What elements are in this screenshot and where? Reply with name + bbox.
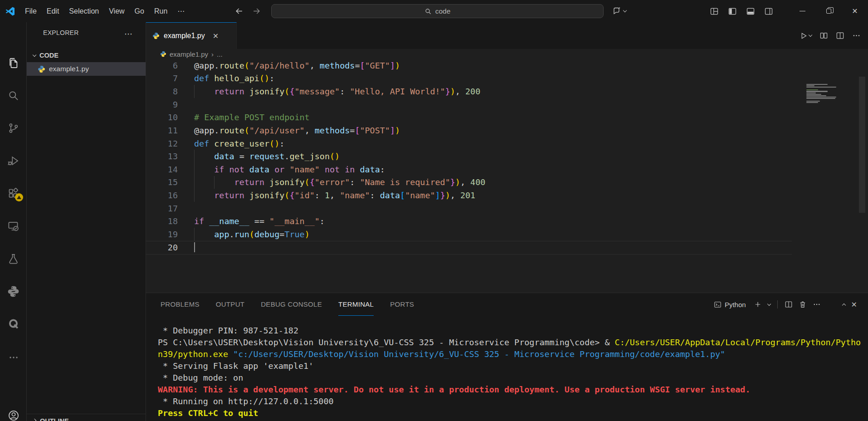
close-window-button[interactable]: ✕ bbox=[842, 0, 868, 22]
menu-run[interactable]: Run bbox=[149, 0, 172, 22]
more-actions-icon[interactable] bbox=[852, 31, 861, 40]
tab-example1-py[interactable]: example1.py ✕ bbox=[146, 22, 237, 49]
minimap-line bbox=[806, 102, 818, 103]
sidebar-item-python[interactable] bbox=[0, 285, 27, 298]
sidebar-item-testing[interactable] bbox=[0, 252, 27, 265]
minimap-line bbox=[806, 84, 828, 85]
panel-tab-problems[interactable]: PROBLEMS bbox=[161, 293, 200, 316]
code-line-10[interactable]: 10# Example POST endpoint bbox=[146, 111, 868, 124]
sidebar-item-remote-explorer[interactable] bbox=[0, 220, 27, 232]
sidebar-item-q-extension[interactable] bbox=[0, 318, 27, 330]
code-line-8[interactable]: 8 return jsonify({"message": "Hello, API… bbox=[146, 85, 868, 98]
search-text: code bbox=[435, 7, 451, 15]
tab-close-icon[interactable]: ✕ bbox=[213, 32, 219, 40]
close-panel-icon[interactable]: ✕ bbox=[851, 300, 857, 309]
account-button[interactable] bbox=[0, 409, 27, 421]
close-icon: ✕ bbox=[852, 7, 858, 15]
maximize-panel-icon[interactable] bbox=[842, 304, 845, 307]
editor-scrollbar[interactable] bbox=[859, 77, 865, 213]
new-terminal-icon[interactable] bbox=[754, 300, 762, 308]
line-number: 7 bbox=[146, 73, 178, 83]
line-number: 10 bbox=[146, 113, 178, 122]
open-changes-icon[interactable] bbox=[819, 31, 828, 40]
panel-tab-ports[interactable]: PORTS bbox=[390, 293, 414, 316]
split-terminal-icon[interactable] bbox=[785, 300, 793, 308]
code-line-16[interactable]: 16 return jsonify({"id": 1, "name": data… bbox=[146, 189, 868, 202]
minimize-button[interactable] bbox=[789, 0, 815, 22]
launch-profile-chevron-icon[interactable] bbox=[767, 302, 770, 305]
indent-guide bbox=[214, 176, 215, 189]
code-lines: 6@app.route("/api/hello", methods=["GET"… bbox=[146, 59, 868, 254]
indent-guide bbox=[194, 163, 195, 176]
indent-guide bbox=[194, 176, 195, 189]
toggle-primary-sidebar-icon[interactable] bbox=[723, 7, 741, 16]
explorer-more-actions-icon[interactable]: ⋯ bbox=[124, 29, 133, 39]
panel-more-actions-icon[interactable] bbox=[813, 300, 821, 308]
code-line-6[interactable]: 6@app.route("/api/hello", methods=["GET"… bbox=[146, 59, 868, 72]
sidebar-item-explorer[interactable] bbox=[0, 56, 27, 69]
minimap[interactable] bbox=[806, 84, 838, 105]
code-text: return jsonify({"id": 1, "name": data["n… bbox=[194, 191, 475, 200]
panel-tab-terminal[interactable]: TERMINAL bbox=[338, 293, 374, 316]
customize-layout-icon[interactable] bbox=[705, 7, 723, 16]
minimap-line bbox=[806, 93, 816, 93]
code-text: return jsonify({"error": "Name is requir… bbox=[194, 177, 485, 187]
terminal-line: WARNING: This is a development server. D… bbox=[158, 384, 868, 396]
toggle-panel-icon[interactable] bbox=[741, 7, 760, 16]
code-text: data = request.get_json() bbox=[194, 152, 340, 161]
outline-label: OUTLINE bbox=[40, 417, 69, 421]
restore-button[interactable] bbox=[815, 0, 842, 22]
indent-guide bbox=[194, 150, 195, 163]
code-line-11[interactable]: 11@app.route("/api/user", methods=["POST… bbox=[146, 124, 868, 137]
account-icon bbox=[7, 409, 20, 421]
menu-more[interactable]: ⋯ bbox=[172, 0, 190, 22]
sidebar-item-extensions[interactable] bbox=[0, 187, 27, 200]
terminal-icon bbox=[714, 301, 722, 308]
menu-selection[interactable]: Selection bbox=[64, 0, 104, 22]
terminal-output[interactable]: * Debugger PIN: 987-521-182PS C:\Users\U… bbox=[146, 316, 868, 421]
line-number: 17 bbox=[146, 204, 178, 213]
file-item-example1[interactable]: example1.py bbox=[27, 62, 146, 76]
code-line-13[interactable]: 13 data = request.get_json() bbox=[146, 150, 868, 163]
outline-section[interactable]: OUTLINE bbox=[27, 414, 146, 421]
more-views-icon bbox=[8, 352, 19, 363]
code-line-14[interactable]: 14 if not data or "name" not in data: bbox=[146, 163, 868, 176]
minimap-line bbox=[806, 85, 814, 86]
code-line-17[interactable]: 17 bbox=[146, 202, 868, 215]
additional-views-button[interactable] bbox=[0, 351, 27, 364]
separator bbox=[777, 300, 778, 308]
breadcrumb-more: ... bbox=[217, 50, 223, 58]
toggle-secondary-sidebar-icon[interactable] bbox=[760, 7, 778, 16]
terminal-shell-label[interactable]: Python bbox=[714, 301, 746, 308]
code-text: @app.route("/api/user", methods=["POST"]… bbox=[194, 126, 400, 135]
panel-tab-debug-console[interactable]: DEBUG CONSOLE bbox=[261, 293, 322, 316]
code-line-18[interactable]: 18if __name__ == "__main__": bbox=[146, 215, 868, 228]
sidebar-item-source-control[interactable] bbox=[0, 122, 27, 134]
breadcrumb[interactable]: example1.py › ... bbox=[146, 49, 868, 59]
panel-tab-output[interactable]: OUTPUT bbox=[216, 293, 244, 316]
sidebar-item-search[interactable] bbox=[0, 89, 27, 102]
code-line-9[interactable]: 9 bbox=[146, 98, 868, 111]
line-number: 15 bbox=[146, 177, 178, 187]
folder-section-code[interactable]: CODE bbox=[27, 49, 146, 62]
sidebar-item-run-debug[interactable] bbox=[0, 154, 27, 167]
forward-arrow-icon[interactable] bbox=[249, 5, 263, 18]
code-line-15[interactable]: 15 return jsonify({"error": "Name is req… bbox=[146, 176, 868, 189]
command-center-search[interactable]: code bbox=[271, 4, 604, 18]
minimize-icon bbox=[800, 11, 805, 11]
code-line-7[interactable]: 7def hello_api(): bbox=[146, 72, 868, 85]
menu-file[interactable]: File bbox=[20, 0, 42, 22]
code-editor[interactable]: 6@app.route("/api/hello", methods=["GET"… bbox=[146, 59, 868, 293]
run-python-file-button[interactable] bbox=[800, 32, 812, 40]
split-editor-icon[interactable] bbox=[836, 31, 844, 40]
code-line-20[interactable]: 20 bbox=[146, 241, 868, 254]
back-arrow-icon[interactable] bbox=[232, 5, 246, 18]
kill-terminal-icon[interactable] bbox=[799, 300, 807, 308]
menu-edit[interactable]: Edit bbox=[42, 0, 64, 22]
code-text: if __name__ == "__main__": bbox=[194, 216, 325, 226]
code-line-19[interactable]: 19 app.run(debug=True) bbox=[146, 228, 868, 241]
menu-view[interactable]: View bbox=[104, 0, 129, 22]
copilot-chat-button[interactable] bbox=[612, 0, 626, 22]
menu-go[interactable]: Go bbox=[130, 0, 149, 22]
code-line-12[interactable]: 12def create_user(): bbox=[146, 137, 868, 150]
